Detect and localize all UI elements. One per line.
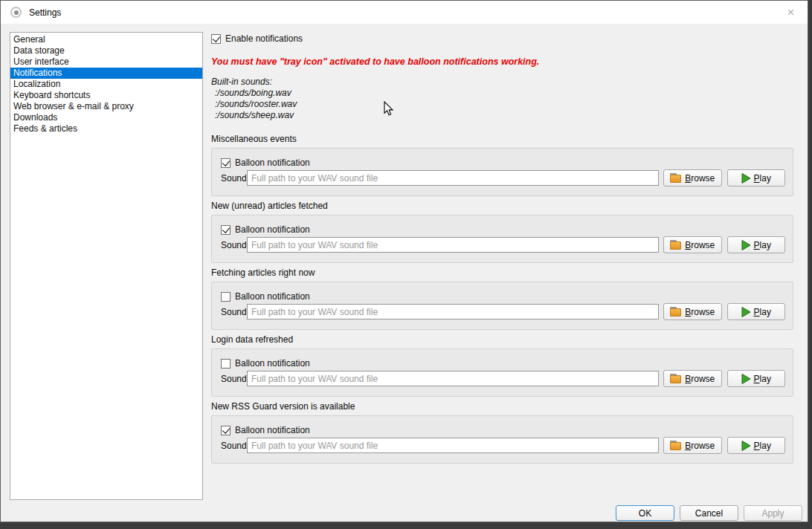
play-icon — [741, 441, 751, 451]
sound-path-input[interactable] — [247, 304, 659, 319]
sound-row: Sound Browse Play — [221, 236, 785, 253]
balloon-notification-checkbox[interactable] — [221, 426, 231, 435]
sidebar-item-notifications[interactable]: Notifications — [10, 68, 202, 79]
browse-button[interactable]: Browse — [663, 437, 722, 454]
balloon-notification-row: Balloon notification — [221, 425, 310, 435]
balloon-notification-row: Balloon notification — [221, 291, 310, 302]
sound-path-input[interactable] — [247, 170, 659, 186]
enable-notifications-checkbox[interactable] — [211, 34, 221, 44]
sidebar-item-localization[interactable]: Localization — [10, 79, 202, 90]
settings-category-list: General Data storage User interface Noti… — [10, 32, 203, 500]
browse-button[interactable]: Browse — [663, 236, 722, 253]
play-icon — [741, 240, 751, 250]
sound-path: :/sounds/sheep.wav — [211, 110, 793, 121]
browse-button[interactable]: Browse — [663, 169, 722, 186]
balloon-notification-label: Balloon notification — [235, 224, 310, 235]
built-in-sounds-info: Built-in sounds: :/sounds/boing.wav :/so… — [211, 77, 793, 121]
folder-icon — [670, 374, 682, 383]
browse-button[interactable]: Browse — [663, 303, 722, 320]
play-icon — [741, 374, 751, 384]
balloon-notification-row: Balloon notification — [221, 358, 310, 369]
balloon-notification-checkbox[interactable] — [221, 292, 231, 302]
window-title: Settings — [29, 7, 61, 18]
play-button[interactable]: Play — [727, 169, 786, 186]
sound-path-input[interactable] — [247, 237, 659, 253]
built-in-sounds-title: Built-in sounds: — [211, 77, 793, 88]
notifications-page: Enable notifications You must have "tray… — [211, 33, 793, 469]
section-title: Login data refreshed — [211, 335, 793, 345]
play-button[interactable]: Play — [727, 437, 786, 454]
apply-button[interactable]: Apply — [744, 505, 802, 521]
enable-notifications-label: Enable notifications — [225, 33, 303, 44]
sound-path: :/sounds/boing.wav — [211, 88, 793, 99]
balloon-notification-row: Balloon notification — [221, 158, 310, 168]
cancel-button[interactable]: Cancel — [680, 505, 738, 521]
sidebar-item-general[interactable]: General — [10, 34, 202, 45]
balloon-notification-checkbox[interactable] — [221, 225, 231, 235]
sound-row: Sound Browse Play — [221, 370, 785, 387]
balloon-notification-label: Balloon notification — [235, 358, 310, 369]
sidebar-item-user-interface[interactable]: User interface — [10, 56, 202, 68]
browse-button[interactable]: Browse — [663, 370, 722, 387]
folder-icon — [670, 307, 682, 317]
sound-label: Sound — [221, 307, 247, 317]
close-icon[interactable]: × — [774, 1, 808, 24]
section-login-data-refreshed: Login data refreshed Balloon notificatio… — [211, 335, 793, 397]
section-miscellaneous-events: Miscellaneous events Balloon notificatio… — [211, 134, 793, 196]
titlebar: Settings × — [1, 1, 808, 24]
sound-row: Sound Browse Play — [221, 303, 785, 320]
sound-row: Sound Browse Play — [221, 437, 785, 454]
section-panel: Balloon notification Sound Browse Play — [211, 415, 793, 464]
section-title: New RSS Guard version is available — [211, 402, 793, 412]
settings-gear-icon — [10, 7, 22, 18]
sound-label: Sound — [221, 240, 247, 250]
settings-dialog: Settings × General Data storage User int… — [0, 0, 808, 522]
section-title: Miscellaneous events — [211, 134, 793, 144]
sound-label: Sound — [221, 374, 247, 384]
balloon-notification-label: Balloon notification — [235, 291, 310, 302]
sidebar-item-web-browser[interactable]: Web browser & e-mail & proxy — [10, 101, 202, 112]
section-title: New (unread) articles fetched — [211, 201, 793, 211]
section-panel: Balloon notification Sound Browse Play — [211, 282, 793, 330]
play-icon — [741, 173, 751, 184]
sound-path: :/sounds/rooster.wav — [211, 99, 793, 110]
section-new-articles-fetched: New (unread) articles fetched Balloon no… — [211, 201, 793, 263]
balloon-notification-label: Balloon notification — [235, 425, 310, 435]
sidebar-item-keyboard-shortcuts[interactable]: Keyboard shortcuts — [10, 90, 202, 101]
sound-path-input[interactable] — [247, 438, 659, 453]
balloon-notification-checkbox[interactable] — [221, 359, 231, 369]
section-title: Fetching articles right now — [211, 268, 793, 278]
sound-label: Sound — [221, 173, 247, 184]
ok-button[interactable]: OK — [616, 505, 674, 521]
sidebar-item-data-storage[interactable]: Data storage — [10, 45, 202, 56]
folder-icon — [670, 173, 682, 183]
balloon-notification-checkbox[interactable] — [221, 158, 231, 168]
balloon-notification-row: Balloon notification — [221, 224, 310, 235]
folder-icon — [670, 240, 682, 250]
sound-label: Sound — [221, 441, 247, 451]
section-panel: Balloon notification Sound Browse Play — [211, 148, 793, 196]
play-button[interactable]: Play — [727, 370, 786, 387]
section-new-version-available: New RSS Guard version is available Ballo… — [211, 402, 793, 464]
sound-path-input[interactable] — [247, 371, 659, 386]
enable-notifications-row: Enable notifications — [211, 33, 793, 44]
tray-icon-warning: You must have "tray icon" activated to h… — [211, 56, 793, 67]
folder-icon — [670, 441, 682, 450]
section-panel: Balloon notification Sound Browse Play — [211, 215, 793, 263]
balloon-notification-label: Balloon notification — [235, 158, 310, 168]
section-fetching-articles: Fetching articles right now Balloon noti… — [211, 268, 793, 330]
play-icon — [741, 307, 751, 317]
sidebar-item-downloads[interactable]: Downloads — [10, 112, 202, 123]
sound-row: Sound Browse Play — [221, 169, 785, 186]
sidebar-item-feeds-articles[interactable]: Feeds & articles — [10, 123, 202, 134]
section-panel: Balloon notification Sound Browse Play — [211, 348, 793, 397]
play-button[interactable]: Play — [727, 303, 786, 320]
play-button[interactable]: Play — [727, 236, 786, 253]
